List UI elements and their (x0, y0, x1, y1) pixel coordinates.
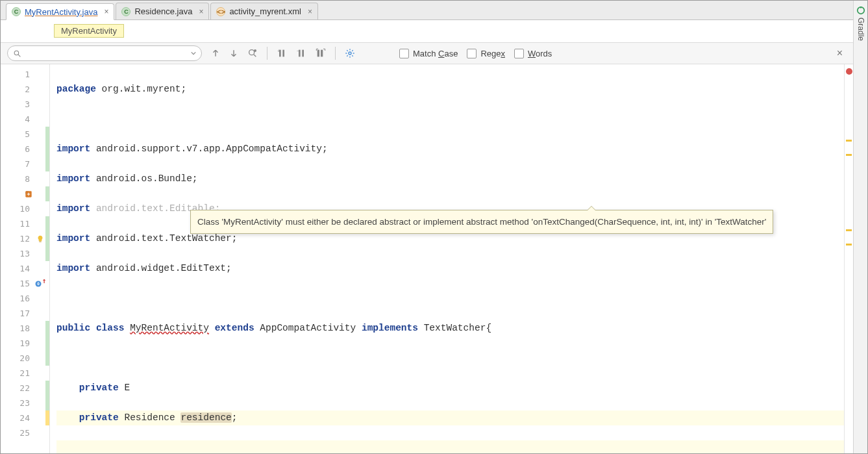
separator (335, 47, 336, 60)
java-class-icon: C (121, 7, 130, 16)
java-class-icon: C (12, 7, 21, 16)
line-number: 5 (1, 127, 49, 142)
error-stripe[interactable] (844, 64, 853, 453)
svg-point-6 (254, 49, 256, 52)
line-number: 24 (1, 410, 49, 425)
remove-selection-button[interactable]: − (296, 48, 306, 58)
xml-file-icon: <> (216, 7, 225, 16)
svg-point-2 (14, 51, 19, 55)
line-number: 9 (1, 186, 49, 201)
close-icon[interactable]: × (199, 7, 203, 16)
svg-rect-14 (321, 50, 323, 57)
line-number: 11 (1, 216, 49, 231)
line-number: 21 (1, 366, 49, 381)
breadcrumb-bar: MyRentActivity (1, 20, 853, 42)
gradle-tool-label: Gradle (856, 18, 865, 41)
svg-point-4 (249, 50, 254, 55)
add-selection-button[interactable]: + (277, 48, 287, 58)
line-number: 16 (1, 291, 49, 306)
gradle-tool-window-button[interactable]: Gradle (853, 1, 867, 453)
quickfix-icon[interactable] (24, 190, 33, 199)
warning-marker[interactable] (846, 140, 852, 142)
tab-label: Residence.java (134, 6, 192, 16)
line-number: 1 (1, 67, 49, 82)
svg-text:−: − (297, 49, 299, 53)
chevron-down-icon[interactable] (191, 51, 196, 56)
line-number: 4 (1, 112, 49, 127)
svg-line-5 (254, 55, 256, 57)
error-tooltip: Class 'MyRentActivity' must either be de… (190, 210, 773, 234)
svg-line-3 (18, 55, 20, 57)
separator (267, 47, 267, 60)
find-toolbar: + − Match Case Regex Words × (1, 42, 853, 64)
words-checkbox[interactable]: Words (514, 49, 552, 58)
prev-occurrence-button[interactable] (211, 49, 220, 58)
match-case-checkbox[interactable]: Match Case (399, 49, 458, 58)
line-number: 22 (1, 381, 49, 396)
warning-marker[interactable] (846, 244, 852, 246)
svg-rect-8 (282, 50, 284, 57)
override-icon[interactable]: O↑ (34, 277, 47, 290)
regex-checkbox[interactable]: Regex (467, 49, 505, 58)
line-number: 14 (1, 261, 49, 276)
search-input-wrapper[interactable] (7, 45, 202, 61)
close-find-bar-icon[interactable]: × (833, 47, 847, 59)
select-all-button[interactable] (316, 48, 326, 58)
line-number: 23 (1, 396, 49, 410)
close-icon[interactable]: × (308, 7, 312, 16)
line-number: 18 (1, 321, 49, 336)
gutter[interactable]: 1 2 3 4 5 6 7 8 9 10 11 12 13 14 15 O↑ 1… (1, 64, 50, 453)
close-icon[interactable]: × (104, 7, 108, 16)
code-area[interactable]: package org.wit.myrent; import android.s… (50, 64, 844, 453)
settings-gear-icon[interactable] (345, 48, 355, 58)
line-number: 20 (1, 351, 49, 366)
search-input[interactable] (24, 49, 188, 58)
find-all-button[interactable] (247, 48, 258, 58)
line-number: 17 (1, 306, 49, 321)
tab-label: MyRentActivity.java (25, 7, 97, 17)
line-number: 25 (1, 425, 49, 440)
intention-bulb-icon[interactable] (34, 233, 47, 246)
line-number: 7 (1, 157, 49, 171)
svg-rect-13 (317, 50, 319, 57)
code-editor[interactable]: 1 2 3 4 5 6 7 8 9 10 11 12 13 14 15 O↑ 1… (1, 64, 853, 453)
search-icon (13, 49, 21, 58)
svg-point-15 (349, 52, 351, 55)
error-marker[interactable] (846, 68, 852, 75)
svg-point-1 (860, 6, 862, 8)
line-number: 19 (1, 336, 49, 351)
tab-residence[interactable]: C Residence.java × (116, 3, 209, 19)
svg-text:+: + (277, 49, 280, 53)
svg-text:O: O (37, 281, 40, 286)
editor-tabs: C MyRentActivity.java × C Residence.java… (1, 1, 853, 20)
line-number: 12 (1, 231, 49, 246)
line-number: 6 (1, 142, 49, 157)
line-number: 8 (1, 171, 49, 186)
gradle-icon (856, 6, 865, 15)
line-number: 15 O↑ (1, 276, 49, 291)
line-number: 3 (1, 97, 49, 112)
line-number: 13 (1, 246, 49, 261)
line-number: 2 (1, 82, 49, 97)
tab-activity-myrent-xml[interactable]: <> activity_myrent.xml × (210, 3, 318, 19)
breadcrumb[interactable]: MyRentActivity (54, 24, 124, 38)
svg-rect-11 (302, 50, 304, 57)
warning-marker[interactable] (846, 229, 852, 231)
line-number: 10 (1, 201, 49, 216)
next-occurrence-button[interactable] (229, 49, 238, 58)
svg-rect-17 (39, 241, 42, 242)
tab-label: activity_myrent.xml (229, 6, 301, 16)
tab-myrentactivity[interactable]: C MyRentActivity.java × (6, 3, 114, 20)
warning-marker[interactable] (846, 154, 852, 156)
